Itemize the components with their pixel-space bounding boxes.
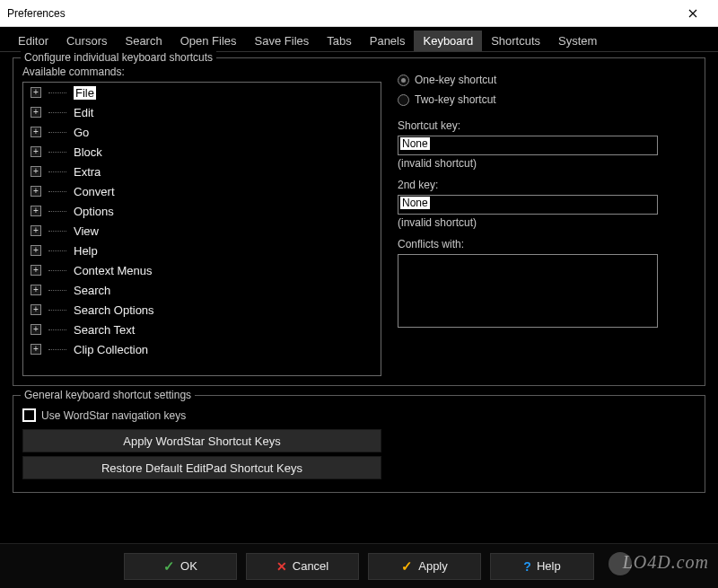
expand-icon[interactable]: + (31, 324, 41, 335)
expand-icon[interactable]: + (31, 344, 41, 355)
shortcut-status: (invalid shortcut) (398, 157, 696, 170)
client-area: Editor Cursors Search Open Files Save Fi… (0, 27, 718, 588)
help-button[interactable]: ? Help (490, 553, 594, 580)
expand-icon[interactable]: + (31, 265, 41, 276)
tree-item-label: Convert (74, 185, 115, 198)
tree-item-label: Block (74, 145, 102, 159)
tab-open-files[interactable]: Open Files (171, 31, 246, 51)
tree-item-label: Edit (74, 106, 93, 119)
tree-item[interactable]: +Options (23, 201, 381, 221)
cancel-button[interactable]: ✕ Cancel (246, 553, 359, 580)
commands-tree[interactable]: +File+Edit+Go+Block+Extra+Convert+Option… (22, 82, 381, 376)
conflicts-label: Conflicts with: (398, 238, 696, 250)
tree-item-label: Options (74, 205, 114, 218)
input-value: None (400, 137, 430, 150)
expand-icon[interactable]: + (31, 304, 41, 315)
tree-item-label: Search Text (74, 323, 135, 337)
expand-icon[interactable]: + (31, 245, 41, 256)
expand-icon[interactable]: + (31, 206, 41, 216)
shortcut-key-label: Shortcut key: (398, 119, 696, 132)
radio-icon (398, 75, 409, 86)
button-label: Cancel (293, 559, 328, 573)
expand-icon[interactable]: + (31, 166, 41, 177)
one-key-radio[interactable]: One-key shortcut (398, 71, 696, 89)
tree-connector (48, 92, 66, 93)
tree-item[interactable]: +File (23, 83, 381, 102)
two-key-radio[interactable]: Two-key shortcut (398, 91, 696, 109)
tab-system[interactable]: System (549, 31, 606, 51)
tab-search[interactable]: Search (116, 31, 171, 51)
expand-icon[interactable]: + (31, 107, 41, 118)
titlebar: Preferences (0, 0, 718, 27)
general-settings-group: General keyboard shortcut settings Use W… (13, 395, 705, 493)
available-commands-label: Available commands: (22, 66, 381, 78)
tree-connector (48, 290, 66, 291)
tree-item-label: Help (74, 244, 98, 258)
expand-icon[interactable]: + (31, 225, 41, 236)
restore-defaults-button[interactable]: Restore Default EditPad Shortcut Keys (22, 456, 381, 479)
checkbox-icon (22, 408, 36, 422)
radio-icon (398, 94, 409, 106)
apply-button[interactable]: ✓ Apply (368, 553, 481, 580)
tree-connector (48, 231, 66, 232)
tab-panels[interactable]: Panels (361, 31, 415, 51)
wordstar-nav-checkbox[interactable]: Use WordStar navigation keys (22, 408, 696, 422)
tree-connector (48, 329, 66, 330)
tree-connector (48, 191, 66, 192)
tree-item[interactable]: +Clip Collection (23, 339, 381, 359)
tree-item[interactable]: +Block (23, 142, 381, 162)
tree-item[interactable]: +View (23, 221, 381, 241)
tab-bar: Editor Cursors Search Open Files Save Fi… (0, 27, 718, 52)
button-label: Apply (418, 559, 448, 573)
conflicts-list[interactable] (398, 254, 658, 328)
tree-item[interactable]: +Help (23, 241, 381, 260)
apply-icon: ✓ (401, 558, 413, 575)
x-icon: ✕ (276, 559, 287, 574)
tab-tabs[interactable]: Tabs (318, 31, 360, 51)
apply-wordstar-button[interactable]: Apply WordStar Shortcut Keys (22, 429, 381, 452)
shortcut-key-input[interactable]: None (398, 136, 658, 155)
tree-item[interactable]: +Go (23, 122, 381, 142)
expand-icon[interactable]: + (31, 87, 41, 98)
tab-shortcuts[interactable]: Shortcuts (482, 31, 549, 51)
tree-item[interactable]: +Convert (23, 181, 381, 201)
expand-icon[interactable]: + (31, 186, 41, 197)
tree-item-label: Clip Collection (74, 343, 148, 356)
window-title: Preferences (7, 7, 675, 20)
tab-cursors[interactable]: Cursors (57, 31, 117, 51)
tab-keyboard[interactable]: Keyboard (414, 31, 482, 51)
preferences-window: Preferences Editor Cursors Search Open F… (0, 0, 718, 588)
tab-editor[interactable]: Editor (9, 31, 57, 51)
button-label: OK (180, 559, 197, 573)
tree-item[interactable]: +Search (23, 280, 381, 300)
expand-icon[interactable]: + (31, 146, 41, 157)
second-key-input[interactable]: None (398, 195, 658, 215)
tree-item-label: Search (74, 284, 110, 297)
help-icon: ? (523, 559, 531, 574)
expand-icon[interactable]: + (31, 127, 41, 137)
tree-connector (48, 270, 66, 271)
input-value: None (400, 197, 430, 209)
tree-item-label: View (74, 224, 99, 238)
tree-item-label: Context Menus (74, 264, 152, 277)
tree-item-label: File (74, 86, 96, 100)
second-key-status: (invalid shortcut) (398, 216, 696, 229)
configure-shortcuts-group: Configure individual keyboard shortcuts … (13, 57, 705, 386)
tree-connector (48, 211, 66, 212)
tree-connector (48, 310, 66, 311)
expand-icon[interactable]: + (31, 285, 41, 295)
dialog-footer: ✓ OK ✕ Cancel ✓ Apply ? Help (0, 543, 718, 588)
group-title: Configure individual keyboard shortcuts (21, 51, 216, 64)
close-button[interactable] (675, 1, 711, 26)
close-icon (688, 9, 697, 18)
tab-save-files[interactable]: Save Files (246, 31, 319, 51)
tree-item[interactable]: +Search Options (23, 300, 381, 320)
tree-item-label: Go (74, 126, 89, 139)
tree-connector (48, 171, 66, 172)
checkbox-label: Use WordStar navigation keys (41, 409, 186, 422)
tree-item[interactable]: +Search Text (23, 320, 381, 339)
tree-item[interactable]: +Context Menus (23, 260, 381, 280)
tree-item[interactable]: +Extra (23, 162, 381, 181)
ok-button[interactable]: ✓ OK (124, 553, 237, 580)
tree-item[interactable]: +Edit (23, 102, 381, 122)
